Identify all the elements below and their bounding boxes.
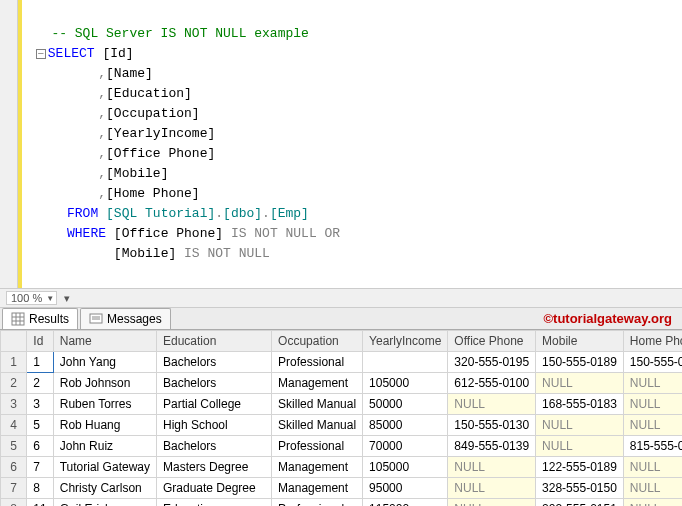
cell[interactable]: Management	[272, 457, 363, 478]
table-row[interactable]: 811Gail EricksonEducationProfessional115…	[1, 499, 683, 507]
cell[interactable]: 2	[27, 373, 53, 394]
zoom-dropdown[interactable]: 100 % ▼	[6, 291, 57, 305]
cell[interactable]: NULL	[448, 499, 536, 507]
cell[interactable]: 612-555-0100	[448, 373, 536, 394]
cell[interactable]: Management	[272, 478, 363, 499]
tab-results-label: Results	[29, 312, 69, 326]
table-row[interactable]: 78Christy CarlsonGraduate DegreeManageme…	[1, 478, 683, 499]
cell[interactable]: 1	[1, 352, 27, 373]
cell[interactable]: 320-555-0195	[448, 352, 536, 373]
cell[interactable]: 150-555-0189	[536, 352, 624, 373]
col-education[interactable]: Education	[156, 331, 271, 352]
table-row[interactable]: 56John RuizBachelorsProfessional70000849…	[1, 436, 683, 457]
cell[interactable]: 150-555-0130	[448, 415, 536, 436]
cell[interactable]: 3	[27, 394, 53, 415]
cell[interactable]: NULL	[536, 415, 624, 436]
cell[interactable]: 8	[1, 499, 27, 507]
cell[interactable]: 8	[27, 478, 53, 499]
col-yearlyincome[interactable]: YearlyIncome	[363, 331, 448, 352]
collapse-icon[interactable]: −	[36, 49, 46, 59]
tab-results[interactable]: Results	[2, 308, 78, 329]
cell[interactable]: 7	[1, 478, 27, 499]
sql-editor[interactable]: -- SQL Server IS NOT NULL example −SELEC…	[0, 0, 682, 288]
cell[interactable]: Bachelors	[156, 352, 271, 373]
col-occupation[interactable]: Occupation	[272, 331, 363, 352]
cell[interactable]: 150-555-0189	[623, 352, 682, 373]
svg-rect-0	[12, 313, 24, 325]
cell[interactable]	[363, 352, 448, 373]
cell[interactable]: NULL	[448, 478, 536, 499]
cell[interactable]: Rob Johnson	[53, 373, 156, 394]
cell[interactable]: Partial College	[156, 394, 271, 415]
cell[interactable]: Bachelors	[156, 436, 271, 457]
table-row[interactable]: 45Rob HuangHigh SchoolSkilled Manual8500…	[1, 415, 683, 436]
cell[interactable]: 4	[1, 415, 27, 436]
cell[interactable]: 328-555-0150	[536, 478, 624, 499]
cell[interactable]: NULL	[536, 436, 624, 457]
cell[interactable]: 815-555-0138	[623, 436, 682, 457]
cell[interactable]: NULL	[623, 499, 682, 507]
cell[interactable]: Professional	[272, 499, 363, 507]
col-id[interactable]: Id	[27, 331, 53, 352]
select-keyword: SELECT	[48, 46, 95, 61]
cell[interactable]: 6	[27, 436, 53, 457]
col-mobile[interactable]: Mobile	[536, 331, 624, 352]
cell[interactable]: 105000	[363, 373, 448, 394]
cell[interactable]: Professional	[272, 436, 363, 457]
cell[interactable]: NULL	[448, 394, 536, 415]
cell[interactable]: NULL	[623, 457, 682, 478]
cell[interactable]: NULL	[623, 478, 682, 499]
table-row[interactable]: 22Rob JohnsonBachelorsManagement10500061…	[1, 373, 683, 394]
cell[interactable]: 105000	[363, 457, 448, 478]
header-row: Id Name Education Occupation YearlyIncom…	[1, 331, 683, 352]
cell[interactable]: John Ruiz	[53, 436, 156, 457]
cell[interactable]: Skilled Manual	[272, 415, 363, 436]
cell[interactable]: 11	[27, 499, 53, 507]
cell[interactable]: Skilled Manual	[272, 394, 363, 415]
cell[interactable]: Tutorial Gateway	[53, 457, 156, 478]
cell[interactable]: 95000	[363, 478, 448, 499]
cell[interactable]: NULL	[623, 394, 682, 415]
cell[interactable]: High School	[156, 415, 271, 436]
code-content[interactable]: -- SQL Server IS NOT NULL example −SELEC…	[22, 0, 346, 288]
cell[interactable]: Professional	[272, 352, 363, 373]
cell[interactable]: 1	[27, 352, 53, 373]
col-name[interactable]: Name	[53, 331, 156, 352]
cell[interactable]: Gail Erickson	[53, 499, 156, 507]
cell[interactable]: Christy Carlson	[53, 478, 156, 499]
cell[interactable]: Ruben Torres	[53, 394, 156, 415]
cell[interactable]: NULL	[536, 373, 624, 394]
cell[interactable]: 2	[1, 373, 27, 394]
cell[interactable]: Education	[156, 499, 271, 507]
cell[interactable]: NULL	[623, 373, 682, 394]
cell[interactable]: Graduate Degree	[156, 478, 271, 499]
cell[interactable]: Management	[272, 373, 363, 394]
cell[interactable]: John Yang	[53, 352, 156, 373]
cell[interactable]: NULL	[448, 457, 536, 478]
cell[interactable]: Masters Degree	[156, 457, 271, 478]
cell[interactable]: 5	[1, 436, 27, 457]
cell[interactable]: 50000	[363, 394, 448, 415]
cell[interactable]: 5	[27, 415, 53, 436]
cell[interactable]: 70000	[363, 436, 448, 457]
col-homephone[interactable]: Home Phone	[623, 331, 682, 352]
col-officephone[interactable]: Office Phone	[448, 331, 536, 352]
grid-icon	[11, 312, 25, 326]
cell[interactable]: 202-555-0151	[536, 499, 624, 507]
cell[interactable]: 115000	[363, 499, 448, 507]
table-row[interactable]: 67Tutorial GatewayMasters DegreeManageme…	[1, 457, 683, 478]
cell[interactable]: 85000	[363, 415, 448, 436]
cell[interactable]: Bachelors	[156, 373, 271, 394]
tab-messages[interactable]: Messages	[80, 308, 171, 329]
table-row[interactable]: 11John YangBachelorsProfessional320-555-…	[1, 352, 683, 373]
cell[interactable]: 122-555-0189	[536, 457, 624, 478]
cell[interactable]: 7	[27, 457, 53, 478]
cell[interactable]: 168-555-0183	[536, 394, 624, 415]
cell[interactable]: 3	[1, 394, 27, 415]
results-grid[interactable]: Id Name Education Occupation YearlyIncom…	[0, 330, 682, 506]
cell[interactable]: 849-555-0139	[448, 436, 536, 457]
cell[interactable]: NULL	[623, 415, 682, 436]
cell[interactable]: Rob Huang	[53, 415, 156, 436]
table-row[interactable]: 33Ruben TorresPartial CollegeSkilled Man…	[1, 394, 683, 415]
cell[interactable]: 6	[1, 457, 27, 478]
